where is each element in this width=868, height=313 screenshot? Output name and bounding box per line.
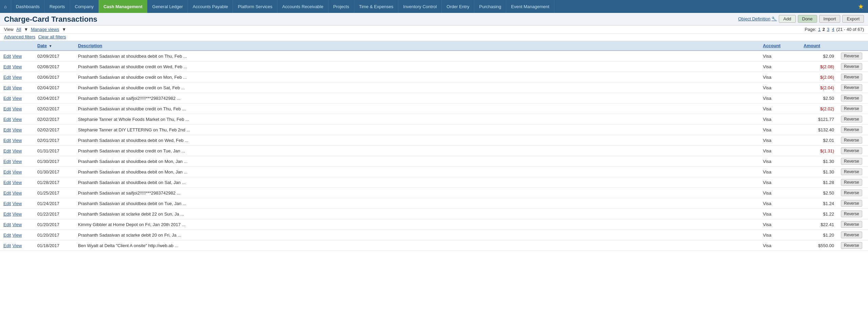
reverse-button[interactable]: Reverse xyxy=(841,126,862,133)
reverse-button[interactable]: Reverse xyxy=(841,189,862,196)
row-reverse: Reverse xyxy=(837,51,868,61)
nav-item-time-expenses[interactable]: Time & Expenses xyxy=(354,0,398,13)
row-actions-15: EditView xyxy=(0,209,34,219)
nav-item-company[interactable]: Company xyxy=(70,0,99,13)
edit-link[interactable]: Edit xyxy=(3,75,11,80)
edit-link[interactable]: Edit xyxy=(3,180,11,185)
nav-item-platform-services[interactable]: Platform Services xyxy=(233,0,277,13)
page-1-link[interactable]: 1 xyxy=(818,27,821,32)
table-row: EditView01/24/2017Prashanth Sadasivan at… xyxy=(0,198,868,209)
edit-link[interactable]: Edit xyxy=(3,127,11,132)
page-title: Charge-Card Transactions xyxy=(4,15,97,24)
reverse-button[interactable]: Reverse xyxy=(841,158,862,165)
view-value[interactable]: All xyxy=(16,27,21,32)
nav-item-dashboards[interactable]: Dashboards xyxy=(11,0,45,13)
edit-link[interactable]: Edit xyxy=(3,138,11,143)
view-link[interactable]: View xyxy=(12,138,22,143)
row-amount: $(2.08) xyxy=(800,61,837,72)
favorites-star[interactable]: ★ xyxy=(854,0,868,13)
description-sort-link[interactable]: Description xyxy=(78,43,102,48)
reverse-button[interactable]: Reverse xyxy=(841,179,862,186)
advanced-filters-link[interactable]: Advanced filters xyxy=(4,34,36,39)
view-link[interactable]: View xyxy=(12,54,22,59)
account-sort-link[interactable]: Account xyxy=(763,43,781,48)
view-link[interactable]: View xyxy=(12,211,22,217)
reverse-button[interactable]: Reverse xyxy=(841,210,862,217)
edit-link[interactable]: Edit xyxy=(3,201,11,206)
row-account: Visa xyxy=(760,125,800,135)
done-button[interactable]: Done xyxy=(798,15,817,23)
view-link[interactable]: View xyxy=(12,190,22,196)
view-link[interactable]: View xyxy=(12,222,22,227)
nav-item-reports[interactable]: Reports xyxy=(45,0,70,13)
object-definition-link[interactable]: Object Definition 🔧 xyxy=(738,16,777,21)
view-link[interactable]: View xyxy=(12,75,22,80)
edit-link[interactable]: Edit xyxy=(3,148,11,153)
view-link[interactable]: View xyxy=(12,148,22,153)
reverse-button[interactable]: Reverse xyxy=(841,147,862,154)
nav-item-purchasing[interactable]: Purchasing xyxy=(474,0,506,13)
reverse-button[interactable]: Reverse xyxy=(841,137,862,144)
edit-link[interactable]: Edit xyxy=(3,106,11,111)
edit-link[interactable]: Edit xyxy=(3,233,11,238)
edit-link[interactable]: Edit xyxy=(3,85,11,90)
date-sort-link[interactable]: Date xyxy=(37,43,47,48)
page-3-link[interactable]: 3 xyxy=(827,27,829,32)
row-actions-7: EditView xyxy=(0,125,34,135)
edit-link[interactable]: Edit xyxy=(3,169,11,174)
reverse-button[interactable]: Reverse xyxy=(841,53,862,59)
view-link[interactable]: View xyxy=(12,117,22,122)
edit-link[interactable]: Edit xyxy=(3,96,11,101)
reverse-button[interactable]: Reverse xyxy=(841,242,862,249)
edit-link[interactable]: Edit xyxy=(3,117,11,122)
table-row: EditView01/20/2017Kimmy Gibbler at Home … xyxy=(0,219,868,230)
reverse-button[interactable]: Reverse xyxy=(841,74,862,80)
nav-item-general-ledger[interactable]: General Ledger xyxy=(147,0,188,13)
edit-link[interactable]: Edit xyxy=(3,64,11,69)
manage-views-link[interactable]: Manage views xyxy=(31,27,59,32)
nav-item-cash-management[interactable]: Cash Management xyxy=(99,0,147,13)
view-link[interactable]: View xyxy=(12,169,22,174)
view-link[interactable]: View xyxy=(12,96,22,101)
reverse-button[interactable]: Reverse xyxy=(841,232,862,238)
reverse-button[interactable]: Reverse xyxy=(841,168,862,175)
edit-link[interactable]: Edit xyxy=(3,243,11,248)
page-range: (21 - 40 of 67) xyxy=(836,27,864,32)
view-link[interactable]: View xyxy=(12,64,22,69)
view-link[interactable]: View xyxy=(12,159,22,164)
nav-item-projects[interactable]: Projects xyxy=(329,0,354,13)
reverse-button[interactable]: Reverse xyxy=(841,95,862,102)
reverse-button[interactable]: Reverse xyxy=(841,63,862,70)
amount-sort-link[interactable]: Amount xyxy=(804,43,820,48)
view-link[interactable]: View xyxy=(12,180,22,185)
view-link[interactable]: View xyxy=(12,106,22,111)
nav-item-order-entry[interactable]: Order Entry xyxy=(442,0,474,13)
reverse-button[interactable]: Reverse xyxy=(841,105,862,112)
edit-link[interactable]: Edit xyxy=(3,54,11,59)
nav-item-inventory-control[interactable]: Inventory Control xyxy=(398,0,442,13)
home-button[interactable]: ⌂ xyxy=(0,0,11,13)
reverse-button[interactable]: Reverse xyxy=(841,84,862,91)
view-link[interactable]: View xyxy=(12,233,22,238)
clear-all-filters-link[interactable]: Clear all filters xyxy=(38,34,66,39)
view-link[interactable]: View xyxy=(12,127,22,132)
edit-link[interactable]: Edit xyxy=(3,222,11,227)
edit-link[interactable]: Edit xyxy=(3,211,11,217)
nav-item-event-management[interactable]: Event Management xyxy=(506,0,554,13)
view-link[interactable]: View xyxy=(12,243,22,248)
view-link[interactable]: View xyxy=(12,201,22,206)
reverse-button[interactable]: Reverse xyxy=(841,200,862,207)
edit-link[interactable]: Edit xyxy=(3,159,11,164)
add-button[interactable]: Add xyxy=(779,15,795,23)
page-4-link[interactable]: 4 xyxy=(832,27,834,32)
reverse-button[interactable]: Reverse xyxy=(841,221,862,228)
nav-item-accounts-receivable[interactable]: Accounts Receivable xyxy=(277,0,328,13)
view-link[interactable]: View xyxy=(12,85,22,90)
export-button[interactable]: Export xyxy=(842,15,864,23)
row-date: 01/30/2017 xyxy=(34,167,75,177)
edit-link[interactable]: Edit xyxy=(3,190,11,196)
table-row: EditView01/22/2017Prashanth Sadasivan at… xyxy=(0,209,868,219)
nav-item-accounts-payable[interactable]: Accounts Payable xyxy=(188,0,233,13)
reverse-button[interactable]: Reverse xyxy=(841,116,862,123)
import-button[interactable]: Import xyxy=(819,15,841,23)
